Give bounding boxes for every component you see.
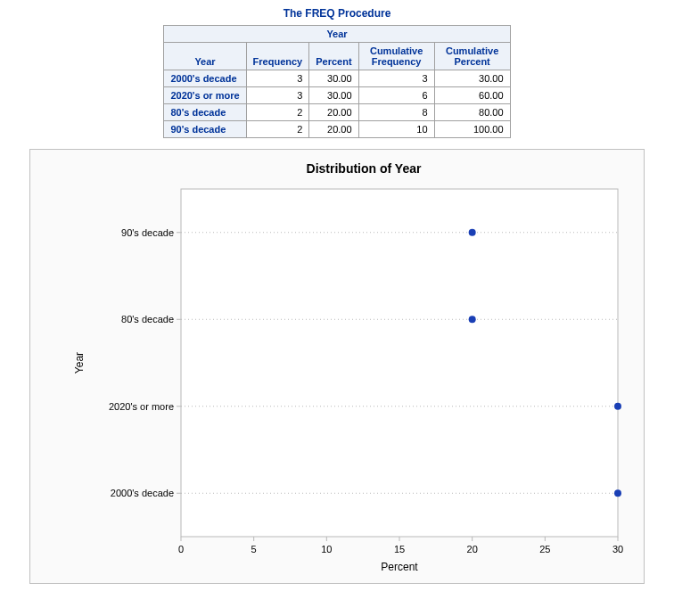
cell-pct: 30.00 [309, 87, 358, 104]
chart-title: Distribution of Year [307, 161, 422, 176]
cell-pct: 30.00 [309, 70, 358, 87]
col-percent: Percent [309, 43, 358, 70]
cell-cpct: 60.00 [434, 87, 510, 104]
table-row: 2000's decade 3 30.00 3 30.00 [164, 70, 510, 87]
row-label: 90's decade [164, 121, 246, 138]
x-tick-label: 10 [321, 544, 332, 554]
y-tick-label: 90's decade [121, 227, 174, 238]
table-row: 90's decade 2 20.00 10 100.00 [164, 121, 510, 138]
col-freq: Frequency [246, 43, 309, 70]
table-row: 80's decade 2 20.00 8 80.00 [164, 104, 510, 121]
x-tick-label: 30 [612, 544, 623, 554]
y-tick-label: 80's decade [121, 314, 174, 324]
cell-cfreq: 3 [358, 70, 434, 87]
distribution-chart: Distribution of Year90's decade80's deca… [34, 153, 640, 579]
cell-cfreq: 6 [358, 87, 434, 104]
cell-freq: 3 [246, 70, 309, 87]
cell-pct: 20.00 [309, 121, 358, 138]
y-tick-label: 2000's decade [111, 488, 174, 498]
x-tick-label: 0 [178, 544, 184, 554]
x-tick-label: 15 [394, 544, 405, 554]
svg-rect-0 [181, 189, 618, 537]
cell-cfreq: 8 [358, 104, 434, 121]
data-point [469, 229, 476, 236]
y-axis-label: Year [73, 352, 86, 374]
cell-cpct: 30.00 [434, 70, 510, 87]
x-tick-label: 20 [467, 544, 478, 554]
x-axis-label: Percent [381, 561, 418, 573]
cell-freq: 2 [246, 121, 309, 138]
data-point [469, 316, 476, 323]
table-spanner: Year [164, 26, 510, 43]
data-point [614, 403, 621, 410]
cell-freq: 2 [246, 104, 309, 121]
cell-cpct: 100.00 [434, 121, 510, 138]
y-tick-label: 2020's or more [109, 401, 174, 412]
procedure-title: The FREQ Procedure [0, 0, 674, 25]
row-label: 2020's or more [164, 87, 246, 104]
x-tick-label: 5 [251, 544, 257, 554]
data-point [614, 489, 621, 497]
table-row: 2020's or more 3 30.00 6 60.00 [164, 87, 510, 104]
chart-container: Distribution of Year90's decade80's deca… [29, 149, 645, 584]
col-year: Year [164, 43, 246, 70]
freq-table: Year Year Frequency Percent Cumulative F… [163, 25, 510, 138]
cell-cpct: 80.00 [434, 104, 510, 121]
col-cfreq: Cumulative Frequency [358, 43, 434, 70]
cell-pct: 20.00 [309, 104, 358, 121]
cell-cfreq: 10 [358, 121, 434, 138]
row-label: 2000's decade [164, 70, 246, 87]
col-cpct: Cumulative Percent [434, 43, 510, 70]
x-tick-label: 25 [539, 544, 550, 554]
row-label: 80's decade [164, 104, 246, 121]
cell-freq: 3 [246, 87, 309, 104]
